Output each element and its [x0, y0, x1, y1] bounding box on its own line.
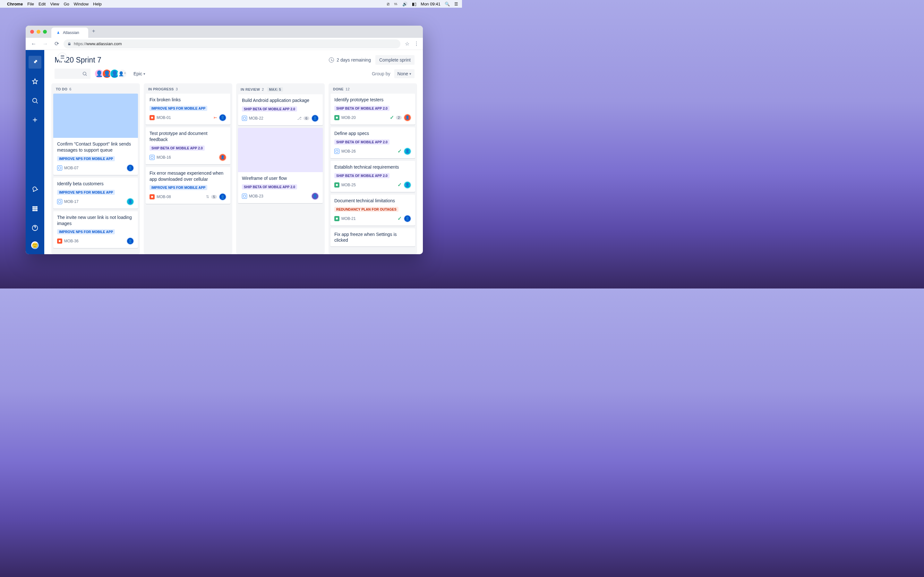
card-epic-label[interactable]: IMPROVE NPS FOR MOBILE APP: [150, 185, 207, 190]
issue-key[interactable]: MOB-20: [341, 115, 356, 120]
assignee-avatar[interactable]: [404, 181, 411, 189]
assignee-avatar[interactable]: [219, 114, 226, 121]
issue-key[interactable]: MOB-26: [341, 149, 356, 153]
sidebar-apps-icon[interactable]: [29, 202, 41, 215]
board-search-input[interactable]: [55, 69, 90, 79]
airplay-icon[interactable]: ⎚: [387, 2, 389, 6]
pull-request-icon[interactable]: ⤚: [214, 115, 217, 120]
issue-card[interactable]: Document technical limitationsREDUNDANCY…: [330, 195, 415, 226]
card-epic-label[interactable]: IMPROVE NPS FOR MOBILE APP: [57, 229, 115, 234]
wifi-icon[interactable]: ᯾: [394, 2, 398, 6]
column-max-badge: MAX: 5: [267, 87, 283, 92]
card-epic-label[interactable]: SHIP BETA OF MOBILE APP 2.0: [334, 173, 389, 178]
assignee-avatar[interactable]: [404, 147, 411, 155]
issue-card[interactable]: Build Android application packageSHIP BE…: [238, 94, 323, 125]
sidebar-profile-avatar[interactable]: 🙂: [31, 241, 39, 250]
assignee-avatar[interactable]: [126, 164, 134, 172]
card-title: Fix broken links: [150, 97, 226, 103]
new-tab-button[interactable]: +: [92, 28, 95, 34]
issue-key[interactable]: MOB-36: [64, 239, 79, 243]
window-minimize-button[interactable]: [37, 30, 40, 34]
issue-key[interactable]: MOB-21: [341, 216, 356, 221]
control-center-icon[interactable]: ☰: [454, 2, 458, 6]
card-epic-label[interactable]: IMPROVE NPS FOR MOBILE APP: [57, 190, 115, 195]
issue-card[interactable]: Confirm "Contact Support" link sends mes…: [53, 93, 138, 175]
issue-card[interactable]: Fix error message experienced when app d…: [145, 167, 230, 204]
sidebar-add-icon[interactable]: [29, 113, 41, 126]
issue-type-icon: [150, 155, 155, 160]
issue-card[interactable]: Identify beta customersIMPROVE NPS FOR M…: [53, 177, 138, 209]
issue-card[interactable]: Establish technical requirementsSHIP BET…: [330, 161, 415, 192]
issue-key[interactable]: MOB-16: [157, 155, 171, 160]
issue-key[interactable]: MOB-17: [64, 199, 79, 204]
assignee-avatar[interactable]: [126, 198, 134, 205]
issue-key[interactable]: MOB-23: [249, 194, 263, 198]
bookmark-button[interactable]: ☆: [405, 41, 409, 47]
issue-key[interactable]: MOB-01: [157, 115, 171, 120]
assignee-avatar[interactable]: [219, 193, 226, 201]
card-epic-label[interactable]: SHIP BETA OF MOBILE APP 2.0: [334, 139, 389, 145]
issue-card[interactable]: Fix app freeze when Settings is clicked: [330, 228, 415, 247]
sidebar-toggle-button[interactable]: ☰: [58, 53, 67, 61]
issue-key[interactable]: MOB-25: [341, 183, 356, 187]
menubar-item-window[interactable]: Window: [74, 2, 89, 6]
issue-card[interactable]: Wireframe of user flowSHIP BETA OF MOBIL…: [238, 128, 323, 203]
spotlight-icon[interactable]: 🔍: [445, 2, 450, 6]
menubar-app-name[interactable]: Chrome: [7, 2, 23, 6]
window-zoom-button[interactable]: [43, 30, 47, 34]
browser-menu-button[interactable]: ⋮: [414, 41, 420, 47]
menubar-item-view[interactable]: View: [50, 2, 59, 6]
battery-icon[interactable]: ▮▯: [412, 2, 417, 6]
assignee-avatar[interactable]: [404, 114, 411, 121]
card-epic-label[interactable]: REDUNDANCY PLAN FOR OUTAGES: [334, 207, 399, 212]
menubar-clock[interactable]: Mon 09:41: [421, 2, 440, 6]
address-input[interactable]: https://www.atlassian.com: [63, 39, 401, 48]
assignee-avatar[interactable]: [311, 192, 319, 200]
forward-button[interactable]: →: [40, 39, 50, 49]
branch-icon[interactable]: ⎇: [297, 116, 302, 121]
sidebar-jira-icon[interactable]: [29, 56, 41, 69]
volume-icon[interactable]: 🔊: [402, 2, 407, 6]
card-epic-label[interactable]: SHIP BETA OF MOBILE APP 2.0: [150, 145, 205, 151]
issue-card[interactable]: Test prototype and document feedbackSHIP…: [145, 127, 230, 164]
issue-card[interactable]: Define app specsSHIP BETA OF MOBILE APP …: [330, 127, 415, 158]
menubar-item-help[interactable]: Help: [93, 2, 102, 6]
board-header: MA20 Sprint 7 2 days remaining Complete …: [44, 50, 423, 68]
card-epic-label[interactable]: SHIP BETA OF MOBILE APP 2.0: [242, 106, 297, 111]
issue-card[interactable]: Fix broken linksIMPROVE NPS FOR MOBILE A…: [145, 93, 230, 125]
issue-key[interactable]: MOB-07: [64, 166, 79, 170]
card-epic-label[interactable]: SHIP BETA OF MOBILE APP 2.0: [242, 184, 297, 189]
issue-card[interactable]: The invite new user link is not loading …: [53, 211, 138, 248]
assignee-avatar[interactable]: [219, 153, 226, 161]
complete-sprint-button[interactable]: Complete sprint: [375, 55, 415, 65]
window-close-button[interactable]: [30, 30, 34, 34]
menubar-item-go[interactable]: Go: [63, 2, 69, 6]
column-cards: Build Android application packageSHIP BE…: [236, 94, 325, 205]
issue-key[interactable]: MOB-22: [249, 116, 263, 121]
epic-filter-dropdown[interactable]: Epic▾: [131, 69, 148, 78]
sidebar-star-icon[interactable]: [29, 75, 41, 88]
reload-button[interactable]: ⟳: [52, 39, 61, 49]
avatar-filter-add[interactable]: 👤⁺: [118, 69, 127, 79]
assignee-avatar[interactable]: [311, 114, 319, 122]
back-button[interactable]: ←: [29, 39, 39, 49]
issue-key[interactable]: MOB-08: [157, 195, 171, 199]
card-epic-label[interactable]: SHIP BETA OF MOBILE APP 2.0: [334, 106, 389, 111]
column-header: IN PROGRESS3: [144, 83, 232, 93]
assignee-avatar[interactable]: [404, 215, 411, 222]
sidebar-search-icon[interactable]: [29, 94, 41, 107]
sidebar-help-icon[interactable]: [29, 221, 41, 234]
chevron-down-icon: ▾: [144, 72, 145, 76]
issue-card[interactable]: Identify prototype testersSHIP BETA OF M…: [330, 93, 415, 125]
card-epic-label[interactable]: IMPROVE NPS FOR MOBILE APP: [150, 106, 207, 111]
issue-type-icon: [334, 149, 339, 154]
browser-tab[interactable]: Atlassian: [51, 27, 88, 38]
sidebar-notifications-icon[interactable]: [29, 183, 41, 196]
menubar-item-edit[interactable]: Edit: [39, 2, 45, 6]
card-epic-label[interactable]: IMPROVE NPS FOR MOBILE APP: [57, 156, 115, 161]
group-by-dropdown[interactable]: None▾: [394, 69, 415, 78]
assignee-avatar[interactable]: [126, 237, 134, 245]
card-footer: MOB-23: [242, 192, 319, 200]
menubar-item-file[interactable]: File: [27, 2, 34, 6]
svg-point-0: [33, 98, 37, 103]
